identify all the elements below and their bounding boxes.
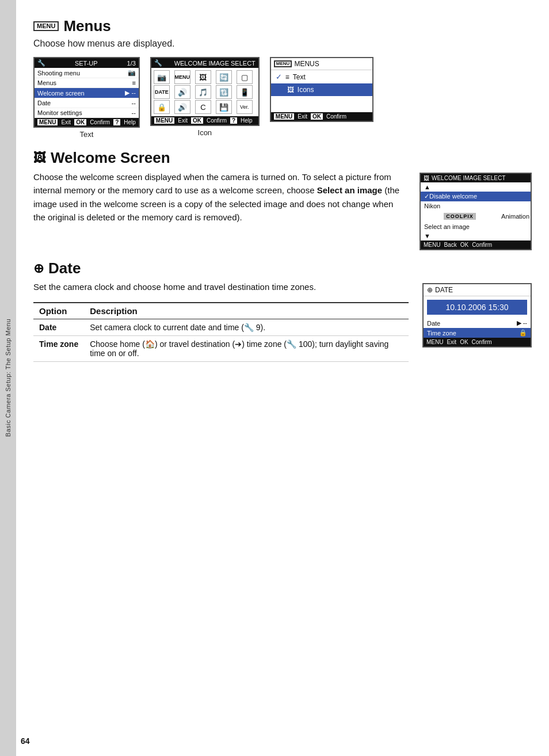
date-screen-header: ⊕ DATE: [424, 284, 531, 296]
date-ok-btn: OK: [460, 339, 468, 345]
menu-icon: MENU: [33, 21, 59, 31]
icon-grid-screen: 🔧 WELCOME IMAGE SELECT 📷 MENU 🖼 🔄 ▢ DATE…: [150, 57, 260, 126]
welcome-animation-col: Animation: [498, 212, 529, 221]
screen1-header-title: SET-UP: [75, 60, 98, 67]
welcome-screen-wrapper: 🖼 WELCOME IMAGE SELECT ▲ ✓Disable welcom…: [420, 170, 532, 250]
grid-cell-14: 💾: [216, 100, 232, 114]
menu-btn: MENU: [37, 119, 58, 125]
screen3-wrapper: MENU MENUS ✓ ≡ Text 🖼 Icons: [270, 57, 373, 122]
welcome-title: 🖼 Welcome Screen: [33, 149, 532, 167]
screen3-title: MENUS: [294, 60, 319, 68]
grid-cell-5: ▢: [237, 70, 253, 84]
screen2-help-btn: ?: [230, 117, 237, 124]
grid-cell-12: 🔊: [174, 100, 190, 114]
grid-cell-8: 🎵: [195, 85, 211, 99]
date-value-box: 10.10.2006 15:30: [427, 300, 527, 315]
welcome-row-select: Select an image: [421, 222, 531, 231]
page-number: 64: [21, 736, 30, 746]
screen2-footer: MENU Exit OK Confirm ? Help: [151, 116, 258, 125]
grid-cell-3: 🖼: [195, 70, 211, 84]
icon-grid: 📷 MENU 🖼 🔄 ▢ DATE 🔊 🎵 🔃 📱 🔒 🔊 C 💾: [151, 68, 258, 116]
welcome-coolpix: COOLPIX: [444, 213, 476, 220]
menus-section: MENU Menus Choose how menus are displaye…: [33, 17, 532, 139]
date-title: ⊕ Date: [33, 259, 532, 277]
date-screen-row-date: Date ▶ --: [424, 318, 531, 328]
date-screen-row-timezone: Time zone 🔒: [424, 328, 531, 338]
option-date: Date: [33, 319, 84, 335]
welcome-section: 🖼 Welcome Screen Choose the welcome scre…: [33, 149, 532, 250]
welcome-row-nikon: Nikon: [421, 201, 531, 211]
table-row-timezone: Time zone Choose home (🏠) or travel dest…: [33, 335, 409, 361]
screen1-row-monitor: Monitor settings --: [35, 108, 139, 118]
option-table: Option Description Date Set camera clock…: [33, 302, 409, 362]
grid-cell-6: DATE: [154, 85, 170, 99]
menus-title: MENU Menus: [33, 17, 532, 35]
date-screen-title: DATE: [435, 286, 453, 294]
grid-cell-7: 🔊: [174, 85, 190, 99]
screen1-label: Text: [33, 130, 140, 139]
date-icon: ⊕: [33, 262, 44, 275]
screen1-row-date: Date --: [35, 98, 139, 108]
date-screen-footer: MENU Exit OK Confirm: [424, 338, 531, 346]
help-btn: ?: [113, 119, 120, 125]
screen1-row-shooting: Shooting menu 📷: [35, 68, 139, 78]
welcome-menu-btn: MENU: [424, 242, 440, 248]
screen2-icon: 🔧: [154, 59, 162, 67]
grid-cell-10: 📱: [237, 85, 253, 99]
screen2-ok-btn: OK: [191, 117, 203, 124]
welcome-header-icon: 🖼: [424, 175, 429, 181]
date-content-row: Set the camera clock and choose home and…: [33, 281, 532, 362]
grid-cell-2: MENU: [174, 70, 190, 84]
screen2-menu-btn: MENU: [154, 117, 174, 124]
welcome-header-title: WELCOME IMAGE SELECT: [432, 175, 505, 181]
date-cam-screen: ⊕ DATE 10.10.2006 15:30 Date ▶ -- Time z…: [422, 283, 532, 348]
welcome-coolpix-row: COOLPIX Animation: [421, 211, 531, 222]
table-row-date: Date Set camera clock to current date an…: [33, 319, 409, 335]
menus-subtitle: Choose how menus are displayed.: [33, 39, 532, 49]
grid-cell-15: Ver.: [237, 100, 253, 114]
screen3-header: MENU MENUS: [271, 58, 372, 70]
welcome-content-row: Choose the welcome screen displayed when…: [33, 170, 532, 250]
ok-btn: OK: [74, 119, 86, 125]
screen2-label: Icon: [150, 128, 260, 137]
welcome-row-disable: ✓Disable welcome: [421, 192, 531, 201]
screen3-spacer: [271, 96, 372, 112]
screen3-row-text: ✓ ≡ Text: [271, 70, 372, 83]
screen3-row-icons: 🖼 Icons: [271, 83, 372, 96]
welcome-footer: MENU Back OK Confirm: [421, 240, 531, 249]
screen1-header-page: 1/3: [127, 60, 136, 67]
sidebar-label: Basic Camera Setup: The Setup Menu: [5, 319, 12, 437]
grid-cell-11: 🔒: [154, 100, 170, 114]
date-heading: Date: [48, 259, 81, 277]
date-menu-btn: MENU: [426, 339, 443, 345]
screen2-wrapper: 🔧 WELCOME IMAGE SELECT 📷 MENU 🖼 🔄 ▢ DATE…: [150, 57, 260, 137]
welcome-screen-header: 🖼 WELCOME IMAGE SELECT: [421, 174, 531, 182]
desc-timezone: Choose home (🏠) or travel destination (➔…: [84, 335, 409, 361]
welcome-icon: 🖼: [33, 152, 46, 165]
grid-cell-4: 🔄: [216, 70, 232, 84]
check-text-icon: ✓: [276, 72, 282, 81]
col-option: Option: [33, 303, 84, 319]
screen2-header: 🔧 WELCOME IMAGE SELECT: [151, 58, 258, 68]
welcome-heading: Welcome Screen: [51, 149, 170, 167]
screen1-header-icon: 🔧: [37, 59, 45, 67]
menus-menu-screen: MENU MENUS ✓ ≡ Text 🖼 Icons: [270, 57, 373, 122]
date-desc: Set the camera clock and choose home and…: [33, 281, 409, 294]
welcome-cam-screen: 🖼 WELCOME IMAGE SELECT ▲ ✓Disable welcom…: [420, 173, 532, 250]
screen1-wrapper: 🔧 SET-UP 1/3 Shooting menu 📷 Menus ≡ Wel…: [33, 57, 140, 139]
screen3-menu-btn: MENU: [274, 113, 294, 120]
date-screen-wrapper: ⊕ DATE 10.10.2006 15:30 Date ▶ -- Time z…: [422, 281, 532, 348]
screen3-ok-btn: OK: [311, 113, 323, 120]
menus-heading: Menus: [63, 17, 110, 35]
screen2-title: WELCOME IMAGE SELECT: [174, 60, 256, 67]
text-menu-screen: 🔧 SET-UP 1/3 Shooting menu 📷 Menus ≡ Wel…: [33, 57, 140, 128]
welcome-ok-btn: OK: [460, 242, 468, 248]
welcome-down-arrow: ▼: [421, 231, 531, 240]
grid-cell-9: 🔃: [216, 85, 232, 99]
desc-date: Set camera clock to current date and tim…: [84, 319, 409, 335]
date-section: ⊕ Date Set the camera clock and choose h…: [33, 259, 532, 362]
screen3-footer: MENU Exit OK Confirm: [271, 112, 372, 121]
sidebar: Basic Camera Setup: The Setup Menu: [0, 0, 16, 756]
screen1-row-welcome: Welcome screen ▶ --: [35, 88, 139, 98]
col-description: Description: [84, 303, 409, 319]
